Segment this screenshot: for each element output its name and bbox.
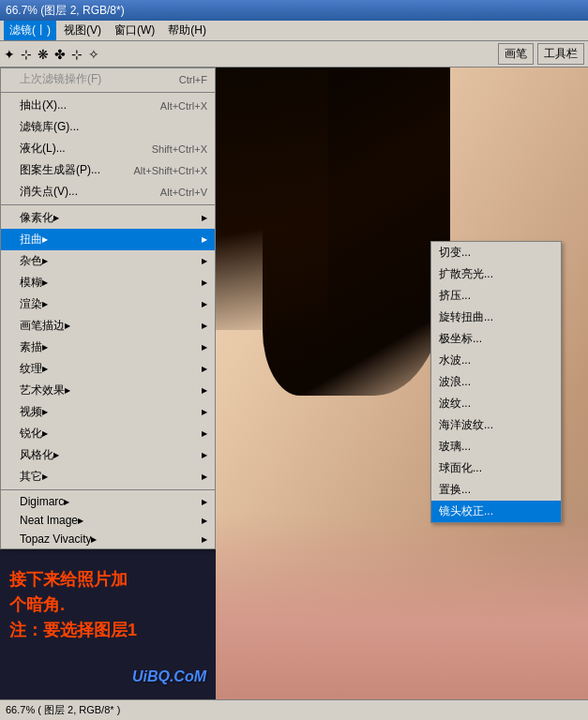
submenu-zigzag[interactable]: 波纹... [431,393,561,414]
submenu-polar[interactable]: 极坐标... [431,328,561,350]
menu-pattern-maker[interactable]: 图案生成器(P)... Alt+Shift+Ctrl+X [1,159,215,181]
toolbar-icon-6: ✧ [88,47,99,62]
submenu-ripple[interactable]: 水波... [431,350,561,371]
menu-filter[interactable]: 滤镜(丨) [4,21,56,40]
menu-filter-gallery[interactable]: 滤镜库(G)... [1,116,215,138]
instruction-line2: 个暗角. [9,592,137,618]
status-bar: 66.7% ( 图层 2, RGB/8* ) [0,699,588,720]
submenu-twirl[interactable]: 旋转扭曲... [431,307,561,328]
menu-sketch[interactable]: 素描 ▶ [1,337,215,358]
menu-view[interactable]: 视图(V) [58,21,107,40]
status-text: 66.7% ( 图层 2, RGB/8* ) [6,703,120,717]
toolbar-icon-5: ⊹ [71,47,83,62]
menu-video[interactable]: 视频 ▶ [1,401,215,423]
toolbar-icon-4: ✤ [54,47,66,62]
menu-stylize[interactable]: 风格化 ▶ [1,444,215,466]
toolbar-icon-1: ✦ [4,47,15,62]
submenu-pinch[interactable]: 挤压... [431,285,561,307]
menu-neat-image[interactable]: Neat Image ▶ [1,511,215,530]
submenu-diffuse-glow[interactable]: 扩散亮光... [431,263,561,285]
instruction-text: 接下来给照片加 个暗角. 注：要选择图层1 [9,567,137,643]
menu-liquify[interactable]: 液化(L)... Shift+Ctrl+X [1,138,215,159]
menu-topaz[interactable]: Topaz Vivacity ▶ [1,530,215,548]
distort-submenu: 切变... 扩散亮光... 挤压... 旋转扭曲... 极坐标... 水波...… [430,241,562,523]
instruction-line1: 接下来给照片加 [9,567,137,592]
title-text: 66.7% (图层 2, RGB/8*) [6,3,125,19]
filter-menu: 上次滤镜操作(F) Ctrl+F 抽出(X)... Alt+Ctrl+X 滤镜库… [0,68,216,549]
main-area: 接下来给照片加 个暗角. 注：要选择图层1 UiBQ.CoM 上次滤镜操作(F)… [0,68,588,699]
menu-render[interactable]: 渲染 ▶ [1,293,215,315]
submenu-ocean-ripple[interactable]: 海洋波纹... [431,414,561,436]
separator-3 [1,489,215,490]
menu-extract[interactable]: 抽出(X)... Alt+Ctrl+X [1,95,215,116]
menu-help[interactable]: 帮助(H) [162,21,212,40]
menu-window[interactable]: 窗口(W) [109,21,160,40]
canvas-area: 切变... 扩散亮光... 挤压... 旋转扭曲... 极坐标... 水波...… [216,68,588,699]
menu-digimarc[interactable]: Digimarc ▶ [1,492,215,511]
menu-blur[interactable]: 模糊 ▶ [1,272,215,293]
menu-texture[interactable]: 纹理 ▶ [1,358,215,380]
menu-sharpen[interactable]: 锐化 ▶ [1,423,215,444]
toolbar-icon-3: ❋ [38,47,49,62]
submenu-shear[interactable]: 切变... [431,242,561,263]
menu-brush-strokes[interactable]: 画笔描边 ▶ [1,315,215,337]
menu-last-filter[interactable]: 上次滤镜操作(F) Ctrl+F [1,68,215,90]
status-layer: 图层 2, RGB/8* [44,704,114,715]
menu-artistic[interactable]: 艺术效果 ▶ [1,380,215,401]
menu-noise[interactable]: 杂色 ▶ [1,250,215,272]
separator-1 [1,92,215,93]
instruction-line3: 注：要选择图层1 [9,618,137,643]
submenu-glass[interactable]: 玻璃... [431,436,561,458]
menu-distort[interactable]: 扭曲 ▶ [1,229,215,250]
menu-vanishing-point[interactable]: 消失点(V)... Alt+Ctrl+V [1,181,215,202]
status-zoom: 66.7% [6,704,35,715]
brush-label: 画笔 [498,43,534,65]
menu-other[interactable]: 其它 ▶ [1,466,215,488]
separator-2 [1,204,215,205]
menu-pixelate[interactable]: 像素化 ▶ [1,207,215,229]
brush-tools: ✦ ⊹ ❋ ✤ ⊹ ✧ [4,47,103,62]
tools-label: 工具栏 [537,43,584,65]
watermark: UiBQ.CoM [132,668,206,685]
submenu-wave[interactable]: 波浪... [431,371,561,393]
submenu-displace[interactable]: 置换... [431,479,561,501]
title-bar: 66.7% (图层 2, RGB/8*) [0,0,588,21]
toolbar: ✦ ⊹ ❋ ✤ ⊹ ✧ 画笔 工具栏 [0,41,588,68]
submenu-spherize[interactable]: 球面化... [431,458,561,479]
menu-bar: 滤镜(丨) 视图(V) 窗口(W) 帮助(H) [0,21,588,41]
toolbar-icon-2: ⊹ [21,47,32,62]
submenu-lens-correction[interactable]: 镜头校正... [431,501,561,522]
left-panel: 接下来给照片加 个暗角. 注：要选择图层1 UiBQ.CoM 上次滤镜操作(F)… [0,68,216,699]
